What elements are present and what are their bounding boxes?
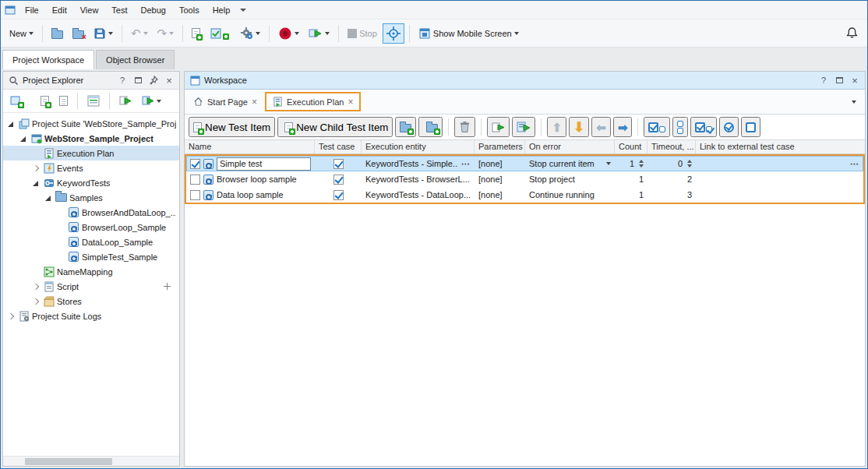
add-script-unit-icon[interactable] <box>163 282 171 291</box>
enable-all-items-button[interactable] <box>644 117 670 137</box>
chevron-collapsed-icon[interactable] <box>31 282 41 291</box>
count-value[interactable]: 1 <box>639 175 644 184</box>
browse-entity-button[interactable] <box>461 159 471 169</box>
tree-item-execution-plan[interactable]: Execution Plan <box>3 146 179 160</box>
run-dropdown-caret-icon[interactable] <box>157 100 161 103</box>
row-enabled-checkbox[interactable] <box>190 159 200 169</box>
run-dropdown-caret-icon[interactable] <box>325 32 330 35</box>
tree-item-dataloop[interactable]: DataLoop_Sample <box>3 235 179 249</box>
menu-debug[interactable]: Debug <box>135 2 172 18</box>
tab-project-workspace[interactable]: Project Workspace <box>2 50 94 69</box>
notifications-button[interactable] <box>842 23 863 44</box>
row-enabled-checkbox[interactable] <box>190 190 200 200</box>
chevron-expanded-icon[interactable] <box>19 134 28 143</box>
options-dropdown-caret-icon[interactable] <box>256 32 260 35</box>
new-button[interactable]: New <box>5 23 37 44</box>
table-row[interactable]: Simple test KeywordTests - Simple... [no… <box>186 156 863 171</box>
new-child-test-item-button[interactable]: New Child Test Item <box>277 117 393 137</box>
column-header-on-error[interactable]: On error <box>525 140 615 153</box>
test-case-checkbox[interactable] <box>333 159 344 169</box>
tree-item-keywordtests[interactable]: KeywordTests <box>3 175 179 190</box>
disable-all-items-button[interactable] <box>672 117 688 137</box>
checkpoint-wizard-button[interactable] <box>206 23 235 44</box>
tree-item-samples[interactable]: Samples <box>3 190 179 205</box>
enable-child-items-button[interactable] <box>690 117 717 137</box>
count-value[interactable]: 1 <box>630 159 634 168</box>
help-icon[interactable] <box>817 74 830 86</box>
on-error-dropdown-caret-icon[interactable] <box>606 162 611 165</box>
on-error-value[interactable]: Stop project <box>529 175 575 184</box>
run-project-button[interactable] <box>115 91 136 111</box>
timeout-value[interactable]: 2 <box>687 175 692 184</box>
run-focused-item-button[interactable] <box>487 117 510 137</box>
menu-help[interactable]: Help <box>206 2 237 18</box>
run-selected-items-button[interactable] <box>512 117 535 137</box>
test-case-checkbox[interactable] <box>333 175 344 185</box>
close-tab-icon[interactable] <box>252 97 257 107</box>
new-group-button[interactable] <box>395 117 416 137</box>
display-object-spy-button[interactable] <box>383 23 404 44</box>
row-enabled-checkbox[interactable] <box>190 175 200 185</box>
column-header-link[interactable]: Link to external test case <box>696 140 865 153</box>
scrollbar-thumb[interactable] <box>25 458 112 465</box>
column-header-execution-entity[interactable]: Execution entity <box>362 140 475 153</box>
test-item-name[interactable]: Simple test <box>217 157 311 171</box>
on-error-value[interactable]: Stop current item <box>529 159 603 168</box>
undo-button[interactable]: ↶ <box>127 23 152 44</box>
move-down-button[interactable]: ⬇ <box>569 117 589 137</box>
chevron-expanded-icon[interactable] <box>6 119 16 129</box>
record-dropdown-caret-icon[interactable] <box>295 32 299 35</box>
tree-item-browseranddataloop[interactable]: BrowserAndDataLoop_... <box>3 205 179 220</box>
search-icon[interactable] <box>7 74 19 86</box>
table-row[interactable]: Data loop sample KeywordTests - DataLoop… <box>186 187 863 203</box>
run-project-suite-button[interactable] <box>138 91 165 111</box>
run-button[interactable] <box>305 23 333 44</box>
close-project-button[interactable]: × <box>69 23 88 44</box>
timeout-value[interactable]: 0 <box>678 159 683 168</box>
chevron-collapsed-icon[interactable] <box>31 164 41 173</box>
column-header-count[interactable]: Count <box>615 140 647 153</box>
timeout-spinner[interactable] <box>687 160 692 168</box>
show-mobile-screen-button[interactable]: Show Mobile Screen <box>415 23 523 44</box>
close-tab-icon[interactable] <box>348 97 353 107</box>
parameters-value[interactable]: [none] <box>478 175 503 184</box>
pin-icon[interactable] <box>147 74 160 86</box>
check-state-button[interactable] <box>719 117 739 137</box>
save-dropdown-caret-icon[interactable] <box>108 32 113 35</box>
move-left-button[interactable]: ⬅ <box>591 117 611 137</box>
close-panel-icon[interactable] <box>849 74 861 86</box>
tab-list-caret-icon[interactable] <box>852 100 856 104</box>
parameters-value[interactable]: [none] <box>478 190 503 199</box>
new-test-item-button[interactable]: New Test Item <box>189 117 275 137</box>
menu-tools[interactable]: Tools <box>173 2 206 18</box>
menu-overflow-chevron-icon[interactable] <box>240 9 246 12</box>
add-new-project-button[interactable] <box>6 91 34 111</box>
uncheck-state-button[interactable] <box>741 117 760 137</box>
tree-item-events[interactable]: Events <box>3 160 179 175</box>
tree-item-project[interactable]: WebStore_Sample_Project <box>3 131 179 146</box>
execution-entity-value[interactable]: KeywordTests - BrowserL... <box>365 175 471 184</box>
explorer-view-button[interactable] <box>83 91 104 111</box>
tree-item-simpletest[interactable]: SimpleTest_Sample <box>3 249 179 264</box>
add-new-item-button[interactable] <box>37 91 53 111</box>
new-child-group-button[interactable] <box>418 117 443 137</box>
execution-entity-value[interactable]: KeywordTests - DataLoop... <box>365 190 471 199</box>
new-dropdown-caret-icon[interactable] <box>29 32 34 35</box>
column-header-name[interactable]: Name <box>185 140 315 153</box>
execution-entity-value[interactable]: KeywordTests - Simple... <box>365 159 458 168</box>
move-right-button[interactable]: ➡ <box>613 117 633 137</box>
tree-item-browserloop[interactable]: BrowserLoop_Sample <box>3 220 179 235</box>
tree-item-script[interactable]: Script <box>3 279 179 294</box>
redo-dropdown-caret-icon[interactable] <box>169 32 174 35</box>
help-icon[interactable] <box>116 74 129 86</box>
save-button[interactable] <box>90 23 117 44</box>
menu-edit[interactable]: Edit <box>46 2 73 18</box>
tree-item-namemapping[interactable]: NameMapping <box>3 264 179 279</box>
options-button[interactable] <box>236 23 264 44</box>
browse-link-button[interactable] <box>850 159 859 169</box>
delete-item-button[interactable] <box>454 117 475 137</box>
close-panel-icon[interactable] <box>163 74 175 86</box>
open-project-button[interactable] <box>48 23 67 44</box>
test-item-name[interactable]: Browser loop sample <box>217 175 297 184</box>
tree-item-project-suite-logs[interactable]: Project Suite Logs <box>3 309 179 323</box>
